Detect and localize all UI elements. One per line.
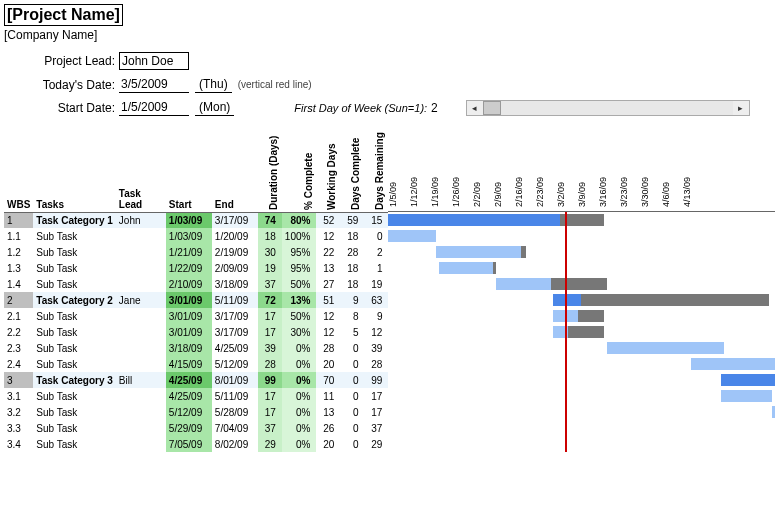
table-row[interactable]: 2.4Sub Task4/15/095/12/09280%20028 — [4, 356, 388, 372]
cell-start[interactable]: 3/18/09 — [166, 340, 212, 356]
col-dcomplete: Days Complete — [340, 122, 364, 212]
scroll-left-icon[interactable]: ◂ — [467, 101, 483, 115]
cell-task[interactable]: Sub Task — [33, 388, 116, 404]
cell-task[interactable]: Sub Task — [33, 260, 116, 276]
table-row[interactable]: 1.3Sub Task1/22/092/09/091995%13181 — [4, 260, 388, 276]
table-row[interactable]: 3.1Sub Task4/25/095/11/09170%11017 — [4, 388, 388, 404]
cell-start[interactable]: 1/03/09 — [166, 212, 212, 228]
cell-start[interactable]: 5/29/09 — [166, 420, 212, 436]
cell-lead[interactable]: John — [116, 212, 166, 228]
table-row[interactable]: 2.2Sub Task3/01/093/17/091730%12512 — [4, 324, 388, 340]
table-row[interactable]: 1Task Category 1John1/03/093/17/097480%5… — [4, 212, 388, 228]
cell-pct[interactable]: 50% — [282, 308, 317, 324]
cell-start[interactable]: 7/05/09 — [166, 436, 212, 452]
cell-pct[interactable]: 0% — [282, 420, 317, 436]
cell-task[interactable]: Sub Task — [33, 228, 116, 244]
table-row[interactable]: 1.4Sub Task2/10/093/18/093750%271819 — [4, 276, 388, 292]
cell-lead[interactable] — [116, 308, 166, 324]
table-row[interactable]: 2Task Category 2Jane3/01/095/11/097213%5… — [4, 292, 388, 308]
table-row[interactable]: 3Task Category 3Bill4/25/098/01/09990%70… — [4, 372, 388, 388]
cell-pct[interactable]: 0% — [282, 404, 317, 420]
gantt-bar[interactable] — [721, 390, 772, 402]
gantt-bar[interactable] — [691, 358, 775, 370]
scroll-thumb[interactable] — [483, 101, 501, 115]
cell-pct[interactable]: 100% — [282, 228, 317, 244]
cell-task[interactable]: Sub Task — [33, 420, 116, 436]
table-row[interactable]: 2.1Sub Task3/01/093/17/091750%1289 — [4, 308, 388, 324]
scroll-track[interactable] — [483, 101, 733, 115]
table-row[interactable]: 2.3Sub Task3/18/094/25/09390%28039 — [4, 340, 388, 356]
table-row[interactable]: 3.3Sub Task5/29/097/04/09370%26037 — [4, 420, 388, 436]
cell-lead[interactable] — [116, 260, 166, 276]
cell-lead[interactable] — [116, 324, 166, 340]
cell-start[interactable]: 2/10/09 — [166, 276, 212, 292]
cell-start[interactable]: 5/12/09 — [166, 404, 212, 420]
cell-pct[interactable]: 95% — [282, 260, 317, 276]
cell-lead[interactable] — [116, 276, 166, 292]
cell-start[interactable]: 4/25/09 — [166, 372, 212, 388]
gantt-bar[interactable] — [721, 374, 775, 386]
cell-lead[interactable] — [116, 356, 166, 372]
cell-task[interactable]: Sub Task — [33, 276, 116, 292]
start-date-input[interactable]: 1/5/2009 — [119, 99, 189, 116]
cell-lead[interactable] — [116, 244, 166, 260]
cell-task[interactable]: Task Category 3 — [33, 372, 116, 388]
cell-working: 22 — [316, 244, 340, 260]
cell-lead[interactable]: Jane — [116, 292, 166, 308]
scroll-right-icon[interactable]: ▸ — [733, 101, 749, 115]
cell-pct[interactable]: 0% — [282, 388, 317, 404]
cell-task[interactable]: Sub Task — [33, 308, 116, 324]
project-lead-input[interactable]: John Doe — [119, 52, 189, 70]
table-row[interactable]: 1.2Sub Task1/21/092/19/093095%22282 — [4, 244, 388, 260]
cell-task[interactable]: Sub Task — [33, 324, 116, 340]
cell-task[interactable]: Task Category 1 — [33, 212, 116, 228]
start-day: (Mon) — [195, 99, 234, 116]
cell-start[interactable]: 1/22/09 — [166, 260, 212, 276]
first-day-input[interactable]: 2 — [431, 101, 438, 115]
cell-start[interactable]: 4/25/09 — [166, 388, 212, 404]
table-row[interactable]: 3.2Sub Task5/12/095/28/09170%13017 — [4, 404, 388, 420]
timeline-scrollbar[interactable]: ◂ ▸ — [466, 100, 750, 116]
gantt-bar[interactable] — [607, 342, 724, 354]
cell-task[interactable]: Task Category 2 — [33, 292, 116, 308]
cell-task[interactable]: Sub Task — [33, 436, 116, 452]
gantt-bar[interactable] — [439, 262, 496, 274]
cell-task[interactable]: Sub Task — [33, 244, 116, 260]
table-row[interactable]: 1.1Sub Task1/03/091/20/0918100%12180 — [4, 228, 388, 244]
cell-pct[interactable]: 0% — [282, 340, 317, 356]
cell-lead[interactable] — [116, 404, 166, 420]
cell-start[interactable]: 3/01/09 — [166, 324, 212, 340]
project-name[interactable]: [Project Name] — [4, 4, 123, 26]
project-lead-label: Project Lead: — [4, 54, 119, 68]
cell-lead[interactable]: Bill — [116, 372, 166, 388]
cell-lead[interactable] — [116, 228, 166, 244]
cell-task[interactable]: Sub Task — [33, 356, 116, 372]
cell-pct[interactable]: 95% — [282, 244, 317, 260]
cell-lead[interactable] — [116, 436, 166, 452]
cell-lead[interactable] — [116, 388, 166, 404]
cell-start[interactable]: 3/01/09 — [166, 308, 212, 324]
table-row[interactable]: 3.4Sub Task7/05/098/02/09290%20029 — [4, 436, 388, 452]
cell-pct[interactable]: 13% — [282, 292, 317, 308]
gantt-bar[interactable] — [772, 406, 775, 418]
cell-lead[interactable] — [116, 420, 166, 436]
cell-pct[interactable]: 30% — [282, 324, 317, 340]
cell-pct[interactable]: 0% — [282, 356, 317, 372]
cell-task[interactable]: Sub Task — [33, 404, 116, 420]
cell-start[interactable]: 4/15/09 — [166, 356, 212, 372]
today-date-input[interactable]: 3/5/2009 — [119, 76, 189, 93]
cell-pct[interactable]: 80% — [282, 212, 317, 228]
cell-working: 52 — [316, 212, 340, 228]
cell-lead[interactable] — [116, 340, 166, 356]
cell-start[interactable]: 1/03/09 — [166, 228, 212, 244]
cell-start[interactable]: 1/21/09 — [166, 244, 212, 260]
cell-task[interactable]: Sub Task — [33, 340, 116, 356]
gantt-bar[interactable] — [436, 246, 526, 258]
cell-pct[interactable]: 50% — [282, 276, 317, 292]
cell-pct[interactable]: 0% — [282, 372, 317, 388]
cell-pct[interactable]: 0% — [282, 436, 317, 452]
cell-end: 1/20/09 — [212, 228, 258, 244]
company-name[interactable]: [Company Name] — [4, 26, 775, 44]
cell-start[interactable]: 3/01/09 — [166, 292, 212, 308]
gantt-bar[interactable] — [388, 230, 436, 242]
